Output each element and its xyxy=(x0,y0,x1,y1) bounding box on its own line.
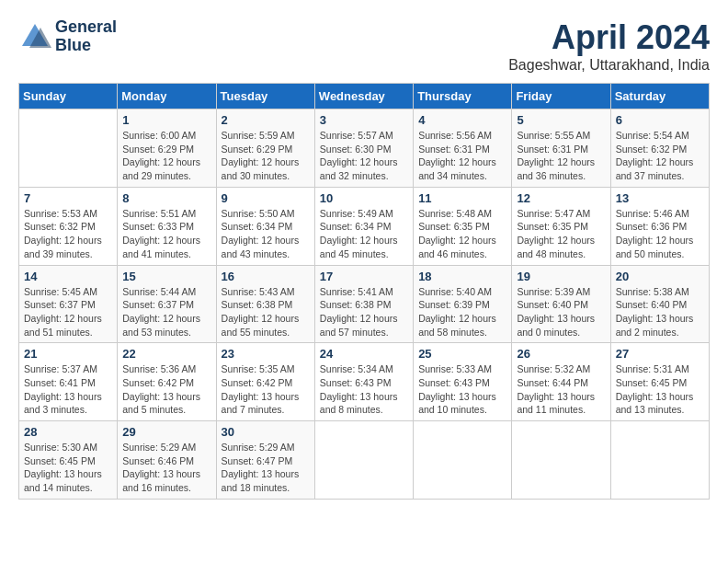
day-number: 11 xyxy=(418,191,506,205)
calendar-cell xyxy=(512,421,610,500)
calendar-cell: 3Sunrise: 5:57 AMSunset: 6:30 PMDaylight… xyxy=(314,109,413,188)
day-number: 20 xyxy=(616,270,704,283)
day-number: 10 xyxy=(320,191,408,205)
day-number: 23 xyxy=(222,347,310,361)
col-header-friday: Friday xyxy=(512,84,610,109)
day-number: 2 xyxy=(222,113,310,127)
col-header-monday: Monday xyxy=(118,84,216,109)
col-header-thursday: Thursday xyxy=(414,84,512,109)
day-info: Sunrise: 5:36 AMSunset: 6:42 PMDaylight:… xyxy=(122,362,210,417)
day-info: Sunrise: 5:43 AMSunset: 6:38 PMDaylight:… xyxy=(222,285,310,339)
day-info: Sunrise: 5:46 AMSunset: 6:36 PMDaylight:… xyxy=(616,207,704,261)
calendar-cell: 30Sunrise: 5:29 AMSunset: 6:47 PMDayligh… xyxy=(216,421,314,500)
calendar-cell: 19Sunrise: 5:39 AMSunset: 6:40 PMDayligh… xyxy=(512,265,610,343)
day-info: Sunrise: 5:57 AMSunset: 6:30 PMDaylight:… xyxy=(320,129,408,183)
day-info: Sunrise: 5:44 AMSunset: 6:37 PMDaylight:… xyxy=(122,285,210,339)
day-number: 3 xyxy=(320,113,408,127)
day-info: Sunrise: 5:45 AMSunset: 6:37 PMDaylight:… xyxy=(24,285,112,339)
day-number: 30 xyxy=(222,425,310,439)
calendar-cell: 2Sunrise: 5:59 AMSunset: 6:29 PMDaylight… xyxy=(216,109,314,188)
day-number: 28 xyxy=(24,425,112,439)
day-info: Sunrise: 5:37 AMSunset: 6:41 PMDaylight:… xyxy=(24,362,112,417)
title-block: April 2024 Bageshwar, Uttarakhand, India xyxy=(508,18,710,74)
calendar-cell: 20Sunrise: 5:38 AMSunset: 6:40 PMDayligh… xyxy=(610,265,709,343)
day-info: Sunrise: 5:29 AMSunset: 6:46 PMDaylight:… xyxy=(122,441,210,495)
calendar-cell: 22Sunrise: 5:36 AMSunset: 6:42 PMDayligh… xyxy=(118,343,216,421)
calendar-cell: 10Sunrise: 5:49 AMSunset: 6:34 PMDayligh… xyxy=(314,187,413,265)
day-number: 4 xyxy=(418,113,506,127)
day-number: 26 xyxy=(517,347,605,361)
day-info: Sunrise: 5:31 AMSunset: 6:45 PMDaylight:… xyxy=(616,362,704,417)
calendar-cell: 9Sunrise: 5:50 AMSunset: 6:34 PMDaylight… xyxy=(216,187,314,265)
day-number: 25 xyxy=(418,347,506,361)
day-number: 9 xyxy=(222,191,310,205)
calendar-cell: 12Sunrise: 5:47 AMSunset: 6:35 PMDayligh… xyxy=(512,187,610,265)
calendar-cell: 8Sunrise: 5:51 AMSunset: 6:33 PMDaylight… xyxy=(118,187,216,265)
day-info: Sunrise: 5:30 AMSunset: 6:45 PMDaylight:… xyxy=(24,441,112,495)
calendar-cell: 16Sunrise: 5:43 AMSunset: 6:38 PMDayligh… xyxy=(216,265,314,343)
day-number: 13 xyxy=(616,191,704,205)
day-number: 17 xyxy=(320,270,408,283)
day-info: Sunrise: 5:41 AMSunset: 6:38 PMDaylight:… xyxy=(320,285,408,339)
calendar-cell: 7Sunrise: 5:53 AMSunset: 6:32 PMDaylight… xyxy=(19,187,118,265)
calendar-cell: 5Sunrise: 5:55 AMSunset: 6:31 PMDaylight… xyxy=(512,109,610,188)
day-number: 14 xyxy=(24,270,112,283)
day-number: 24 xyxy=(320,347,408,361)
calendar-cell: 13Sunrise: 5:46 AMSunset: 6:36 PMDayligh… xyxy=(610,187,709,265)
day-info: Sunrise: 5:54 AMSunset: 6:32 PMDaylight:… xyxy=(616,129,704,183)
calendar-cell: 24Sunrise: 5:34 AMSunset: 6:43 PMDayligh… xyxy=(314,343,413,421)
day-number: 7 xyxy=(24,191,112,205)
logo-icon xyxy=(18,20,51,53)
day-info: Sunrise: 5:33 AMSunset: 6:43 PMDaylight:… xyxy=(418,362,506,417)
calendar-cell: 29Sunrise: 5:29 AMSunset: 6:46 PMDayligh… xyxy=(118,421,216,500)
day-info: Sunrise: 5:39 AMSunset: 6:40 PMDaylight:… xyxy=(517,285,605,339)
day-number: 18 xyxy=(418,270,506,283)
calendar-cell xyxy=(610,421,709,500)
calendar-cell: 21Sunrise: 5:37 AMSunset: 6:41 PMDayligh… xyxy=(19,343,118,421)
col-header-sunday: Sunday xyxy=(19,84,118,109)
col-header-saturday: Saturday xyxy=(610,84,709,109)
calendar-table: SundayMondayTuesdayWednesdayThursdayFrid… xyxy=(18,83,710,500)
day-info: Sunrise: 5:47 AMSunset: 6:35 PMDaylight:… xyxy=(517,207,605,261)
calendar-cell: 14Sunrise: 5:45 AMSunset: 6:37 PMDayligh… xyxy=(19,265,118,343)
logo: General Blue xyxy=(18,18,117,55)
calendar-cell xyxy=(19,109,118,188)
day-info: Sunrise: 5:59 AMSunset: 6:29 PMDaylight:… xyxy=(222,129,310,183)
calendar-cell: 23Sunrise: 5:35 AMSunset: 6:42 PMDayligh… xyxy=(216,343,314,421)
day-info: Sunrise: 5:35 AMSunset: 6:42 PMDaylight:… xyxy=(222,362,310,417)
day-number: 21 xyxy=(24,347,112,361)
month-title: April 2024 xyxy=(508,18,710,57)
logo-text: General Blue xyxy=(55,18,117,55)
calendar-cell: 15Sunrise: 5:44 AMSunset: 6:37 PMDayligh… xyxy=(118,265,216,343)
day-number: 29 xyxy=(122,425,210,439)
day-number: 8 xyxy=(122,191,210,205)
day-info: Sunrise: 5:48 AMSunset: 6:35 PMDaylight:… xyxy=(418,207,506,261)
day-info: Sunrise: 5:55 AMSunset: 6:31 PMDaylight:… xyxy=(517,129,605,183)
calendar-cell: 4Sunrise: 5:56 AMSunset: 6:31 PMDaylight… xyxy=(414,109,512,188)
col-header-tuesday: Tuesday xyxy=(216,84,314,109)
day-number: 16 xyxy=(222,270,310,283)
calendar-cell: 11Sunrise: 5:48 AMSunset: 6:35 PMDayligh… xyxy=(414,187,512,265)
day-info: Sunrise: 5:29 AMSunset: 6:47 PMDaylight:… xyxy=(222,441,310,495)
day-info: Sunrise: 5:40 AMSunset: 6:39 PMDaylight:… xyxy=(418,285,506,339)
day-info: Sunrise: 5:51 AMSunset: 6:33 PMDaylight:… xyxy=(122,207,210,261)
calendar-cell xyxy=(314,421,413,500)
calendar-cell: 6Sunrise: 5:54 AMSunset: 6:32 PMDaylight… xyxy=(610,109,709,188)
col-header-wednesday: Wednesday xyxy=(314,84,413,109)
day-number: 19 xyxy=(517,270,605,283)
day-info: Sunrise: 5:34 AMSunset: 6:43 PMDaylight:… xyxy=(320,362,408,417)
location-subtitle: Bageshwar, Uttarakhand, India xyxy=(508,57,710,74)
day-number: 22 xyxy=(122,347,210,361)
day-number: 6 xyxy=(616,113,704,127)
day-info: Sunrise: 5:49 AMSunset: 6:34 PMDaylight:… xyxy=(320,207,408,261)
day-number: 15 xyxy=(122,270,210,283)
day-info: Sunrise: 6:00 AMSunset: 6:29 PMDaylight:… xyxy=(122,129,210,183)
day-number: 1 xyxy=(122,113,210,127)
page-header: General Blue April 2024 Bageshwar, Uttar… xyxy=(18,18,710,74)
calendar-cell: 27Sunrise: 5:31 AMSunset: 6:45 PMDayligh… xyxy=(610,343,709,421)
day-info: Sunrise: 5:56 AMSunset: 6:31 PMDaylight:… xyxy=(418,129,506,183)
day-info: Sunrise: 5:32 AMSunset: 6:44 PMDaylight:… xyxy=(517,362,605,417)
calendar-cell: 28Sunrise: 5:30 AMSunset: 6:45 PMDayligh… xyxy=(19,421,118,500)
day-info: Sunrise: 5:50 AMSunset: 6:34 PMDaylight:… xyxy=(222,207,310,261)
day-number: 12 xyxy=(517,191,605,205)
